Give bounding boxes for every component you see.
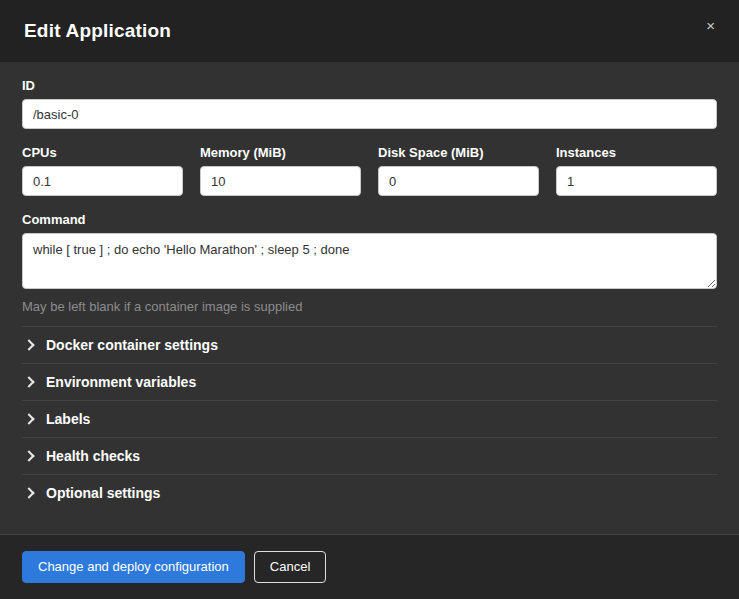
instances-field-group: Instances <box>556 145 717 196</box>
memory-input[interactable] <box>200 166 361 196</box>
command-label: Command <box>22 212 717 227</box>
chevron-right-icon <box>23 413 34 424</box>
modal-body: ID CPUs Memory (MiB) Disk Space (MiB) In… <box>0 62 739 534</box>
section-label: Optional settings <box>46 485 160 501</box>
close-icon[interactable]: × <box>706 18 715 33</box>
modal-header: Edit Application × <box>0 0 739 62</box>
modal-footer: Change and deploy configuration Cancel <box>0 534 739 599</box>
id-field-group: ID <box>22 78 717 129</box>
command-help-text: May be left blank if a container image i… <box>22 299 717 314</box>
section-environment-variables[interactable]: Environment variables <box>22 363 717 400</box>
instances-input[interactable] <box>556 166 717 196</box>
section-label: Labels <box>46 411 90 427</box>
section-label: Docker container settings <box>46 337 218 353</box>
id-label: ID <box>22 78 717 93</box>
memory-field-group: Memory (MiB) <box>200 145 361 196</box>
cpus-input[interactable] <box>22 166 183 196</box>
instances-label: Instances <box>556 145 717 160</box>
disk-input[interactable] <box>378 166 539 196</box>
memory-label: Memory (MiB) <box>200 145 361 160</box>
chevron-right-icon <box>23 376 34 387</box>
edit-application-modal: Edit Application × ID CPUs Memory (MiB) … <box>0 0 739 599</box>
chevron-right-icon <box>23 339 34 350</box>
command-field-group: Command while [ true ] ; do echo 'Hello … <box>22 212 717 314</box>
section-health-checks[interactable]: Health checks <box>22 437 717 474</box>
cpus-field-group: CPUs <box>22 145 183 196</box>
cancel-button[interactable]: Cancel <box>254 551 326 583</box>
section-labels[interactable]: Labels <box>22 400 717 437</box>
collapsible-sections: Docker container settings Environment va… <box>22 326 717 511</box>
section-label: Environment variables <box>46 374 196 390</box>
chevron-right-icon <box>23 487 34 498</box>
change-and-deploy-button[interactable]: Change and deploy configuration <box>22 551 245 583</box>
cpus-label: CPUs <box>22 145 183 160</box>
modal-title: Edit Application <box>24 20 171 42</box>
disk-label: Disk Space (MiB) <box>378 145 539 160</box>
chevron-right-icon <box>23 450 34 461</box>
id-input[interactable] <box>22 99 717 129</box>
section-docker-container-settings[interactable]: Docker container settings <box>22 326 717 363</box>
disk-field-group: Disk Space (MiB) <box>378 145 539 196</box>
section-label: Health checks <box>46 448 140 464</box>
section-optional-settings[interactable]: Optional settings <box>22 474 717 511</box>
resources-row: CPUs Memory (MiB) Disk Space (MiB) Insta… <box>22 145 717 196</box>
command-textarea[interactable]: while [ true ] ; do echo 'Hello Marathon… <box>22 233 717 289</box>
